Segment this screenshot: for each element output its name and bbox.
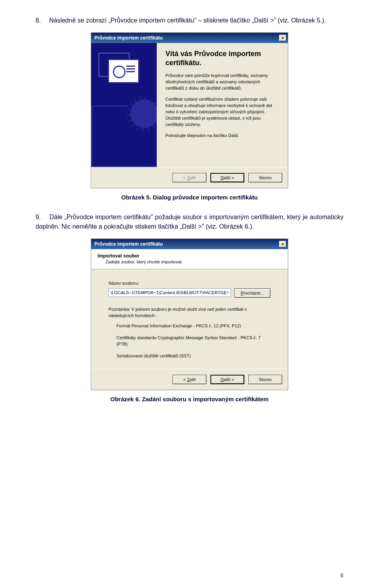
format-item: Formát Personal Information Exchange - P…	[116, 323, 270, 329]
formats-note: Poznámka: V jednom souboru je možné ulož…	[109, 306, 270, 319]
close-icon: ×	[281, 36, 284, 40]
step-number: 8.	[36, 16, 47, 25]
close-button[interactable]: ×	[279, 35, 286, 41]
instruction-step-9: 9. Dále „Průvodce importem certifikátu" …	[36, 212, 343, 231]
wizard-dialog-import-file: Průvodce importem certifikátu × Importov…	[91, 239, 288, 390]
wizard-dialog-welcome: Průvodce importem certifikátu ×	[91, 32, 288, 188]
titlebar[interactable]: Průvodce importem certifikátu ×	[91, 33, 288, 43]
back-button[interactable]: < Zpět	[173, 375, 206, 384]
seal-icon	[127, 96, 157, 132]
wizard-banner	[91, 43, 157, 167]
close-icon: ×	[281, 242, 284, 246]
format-item: Certifikáty standardu Cryptographic Mess…	[116, 335, 270, 348]
next-button[interactable]: Další >	[210, 375, 244, 384]
step-text: Následně se zobrazí „Průvodce importem c…	[49, 17, 326, 24]
format-item: Serializované úložiště certifikátů (SST)	[116, 353, 270, 359]
wizard-paragraph: Certifikát vydaný certifikačním úřadem p…	[165, 96, 279, 128]
next-button[interactable]: Další >	[210, 173, 244, 182]
step-number: 9.	[36, 212, 47, 222]
filename-input[interactable]	[109, 288, 231, 297]
cancel-button[interactable]: Storno	[248, 173, 282, 182]
page-number: 6	[340, 572, 343, 579]
cancel-button[interactable]: Storno	[248, 375, 282, 384]
close-button[interactable]: ×	[279, 241, 286, 247]
figure-caption-6: Obrázek 6. Zadání souboru s importovaným…	[36, 396, 343, 402]
wizard-step-title: Importovat soubor	[98, 253, 281, 259]
filename-label: Název souboru:	[109, 280, 270, 287]
window-title: Průvodce importem certifikátu	[94, 35, 279, 41]
instruction-step-8: 8. Následně se zobrazí „Průvodce importe…	[36, 16, 343, 25]
browse-button[interactable]: Procházet...	[234, 288, 270, 298]
window-title: Průvodce importem certifikátu	[94, 241, 279, 247]
wizard-step-subtitle: Zadejte soubor, který chcete importovat.	[105, 259, 281, 264]
wizard-heading: Vítá vás Průvodce importem certifikátu.	[165, 49, 279, 67]
wizard-paragraph: Průvodce vám pomůže kopírovat certifikát…	[165, 73, 279, 92]
back-button[interactable]: < Zpět	[173, 173, 206, 182]
certificate-icon	[108, 59, 139, 83]
wizard-paragraph: Pokračujte klepnutím na tlačítko Další.	[165, 133, 279, 139]
figure-caption-5: Obrázek 5. Dialog průvodce importem cert…	[36, 194, 343, 201]
step-text: Dále „Průvodce importem certifikátu" pož…	[36, 214, 343, 230]
titlebar[interactable]: Průvodce importem certifikátu ×	[91, 239, 288, 249]
